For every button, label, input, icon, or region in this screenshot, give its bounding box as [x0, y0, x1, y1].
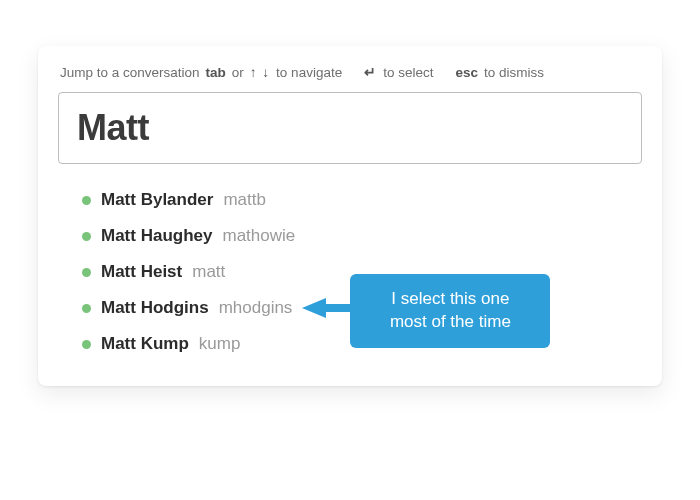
- result-handle: kump: [199, 334, 241, 354]
- hint-lead: Jump to a conversation: [60, 65, 200, 80]
- result-item[interactable]: Matt Haugheymathowie: [82, 218, 642, 254]
- annotation-arrow-icon: [302, 298, 326, 318]
- keyboard-hints: Jump to a conversation tab or ↑ ↓ to nav…: [58, 62, 642, 80]
- hint-dismiss: to dismiss: [484, 65, 544, 80]
- result-handle: mhodgins: [219, 298, 293, 318]
- hint-select: to select: [383, 65, 433, 80]
- result-name: Matt Kump: [101, 334, 189, 354]
- result-name: Matt Hodgins: [101, 298, 209, 318]
- presence-dot-icon: [82, 232, 91, 241]
- annotation-callout: I select this one most of the time: [350, 274, 550, 348]
- search-query-text: Matt: [77, 107, 623, 149]
- result-item[interactable]: Matt Bylandermattb: [82, 182, 642, 218]
- enter-key-icon: ↵: [364, 64, 377, 80]
- result-handle: matt: [192, 262, 225, 282]
- presence-dot-icon: [82, 340, 91, 349]
- result-name: Matt Bylander: [101, 190, 213, 210]
- result-name: Matt Heist: [101, 262, 182, 282]
- presence-dot-icon: [82, 304, 91, 313]
- arrow-keys-icon: ↑ ↓: [250, 65, 270, 80]
- callout-line1: I select this one: [372, 288, 528, 311]
- callout-line2: most of the time: [372, 311, 528, 334]
- hint-tab-key: tab: [206, 65, 226, 80]
- result-name: Matt Haughey: [101, 226, 212, 246]
- presence-dot-icon: [82, 268, 91, 277]
- presence-dot-icon: [82, 196, 91, 205]
- hint-navigate: to navigate: [276, 65, 342, 80]
- result-handle: mattb: [223, 190, 266, 210]
- hint-esc-key: esc: [455, 65, 478, 80]
- result-handle: mathowie: [222, 226, 295, 246]
- search-input[interactable]: Matt: [58, 92, 642, 164]
- hint-or: or: [232, 65, 244, 80]
